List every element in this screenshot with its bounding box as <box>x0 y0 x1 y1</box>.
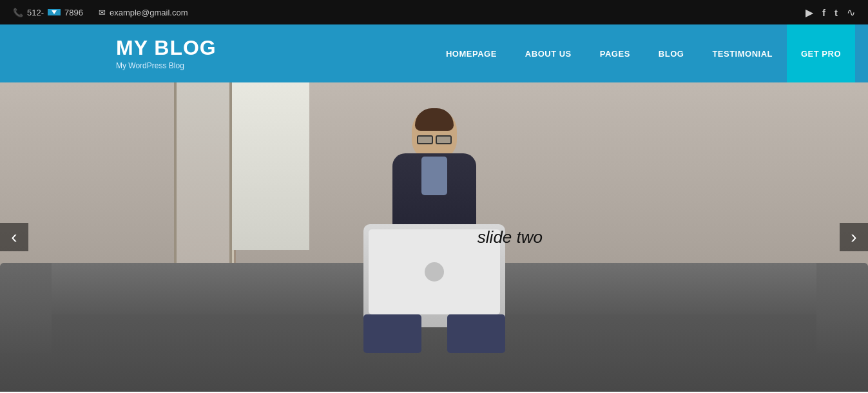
phone-number-suffix: 7896 <box>64 8 83 17</box>
laptop-logo <box>425 262 444 282</box>
hero-slider: slide two ‹ › <box>0 82 868 392</box>
person-head <box>412 108 457 160</box>
nav-get-pro-button[interactable]: GET PRO <box>787 24 855 82</box>
phone-contact: 📞 512- 7896 <box>13 8 83 17</box>
header: MY BLOG My WordPress Blog HOMEPAGE ABOUT… <box>0 24 868 82</box>
slide-scene: slide two <box>0 82 868 392</box>
twitter-icon[interactable]: t <box>834 7 838 18</box>
slide-text: slide two <box>477 227 543 247</box>
slider-next-button[interactable]: › <box>840 223 868 251</box>
brand-title[interactable]: MY BLOG <box>116 37 217 59</box>
rss-icon[interactable]: ∿ <box>847 6 855 19</box>
nav-about-us[interactable]: ABOUT US <box>511 24 586 82</box>
slider-prev-button[interactable]: ‹ <box>0 223 28 251</box>
chevron-right-icon: › <box>851 228 856 246</box>
facebook-icon[interactable]: f <box>822 7 825 18</box>
door-panel <box>174 82 232 282</box>
person-left-leg <box>363 314 421 353</box>
social-links: ▶ f t ∿ <box>805 6 855 19</box>
nav-pages[interactable]: PAGES <box>586 24 644 82</box>
top-bar: 📞 512- 7896 ✉ example@gmail.com ▶ f t ∿ <box>0 0 868 24</box>
chevron-left-icon: ‹ <box>11 228 17 246</box>
phone-dropdown-button[interactable] <box>48 9 61 15</box>
email-contact: ✉ example@gmail.com <box>99 8 188 17</box>
phone-number-prefix: 512- <box>27 8 44 17</box>
person-right-leg <box>447 314 505 353</box>
top-bar-left: 📞 512- 7896 ✉ example@gmail.com <box>13 8 188 17</box>
email-icon: ✉ <box>99 8 106 17</box>
couch-left-arm <box>0 263 52 353</box>
phone-icon: 📞 <box>13 8 23 17</box>
nav-homepage[interactable]: HOMEPAGE <box>432 24 511 82</box>
couch-right-arm <box>816 263 868 353</box>
brand-subtitle: My WordPress Blog <box>116 61 217 70</box>
brand: MY BLOG My WordPress Blog <box>116 37 217 70</box>
email-address: example@gmail.com <box>110 8 188 17</box>
main-nav: HOMEPAGE ABOUT US PAGES BLOG TESTIMONIAL… <box>432 24 855 82</box>
nav-testimonial[interactable]: TESTIMONIAL <box>698 24 787 82</box>
youtube-icon[interactable]: ▶ <box>805 6 813 19</box>
window-panel <box>232 82 309 250</box>
person-figure <box>351 108 518 327</box>
nav-blog[interactable]: BLOG <box>644 24 699 82</box>
